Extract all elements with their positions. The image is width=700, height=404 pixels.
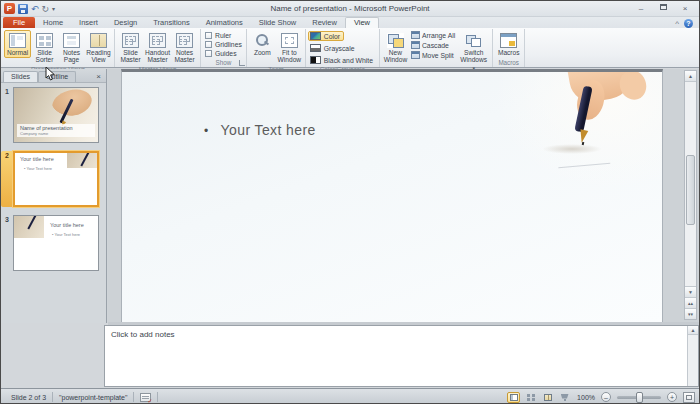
minimize-button[interactable]: – bbox=[635, 4, 647, 13]
slide-editing-surface[interactable]: •Your Text here bbox=[121, 69, 663, 323]
guides-checkbox-item[interactable]: Guides bbox=[205, 50, 237, 57]
slide-body-text[interactable]: •Your Text here bbox=[204, 122, 316, 138]
save-icon[interactable] bbox=[18, 4, 28, 14]
slide-3-thumb[interactable]: Your title here • Your Text here bbox=[13, 215, 99, 271]
fit-to-window-button[interactable]: Fit to Window bbox=[276, 30, 303, 66]
black-and-white-button[interactable]: Black and White bbox=[308, 55, 377, 65]
window-controls: – × bbox=[635, 4, 699, 13]
statusbar-slide-sorter-button[interactable] bbox=[524, 392, 537, 403]
cascade-icon bbox=[411, 41, 420, 49]
slide-2-number: 2 bbox=[1, 151, 13, 207]
previous-slide-button[interactable]: ▴▴ bbox=[685, 297, 696, 308]
powerpoint-app-icon[interactable]: P bbox=[4, 3, 15, 14]
reading-view-button[interactable]: Reading View bbox=[85, 30, 112, 66]
cascade-button[interactable]: Cascade bbox=[411, 41, 455, 49]
tab-review[interactable]: Review bbox=[304, 17, 345, 28]
handout-master-button[interactable]: Handout Master bbox=[144, 30, 171, 66]
zoom-out-button[interactable]: – bbox=[601, 392, 611, 402]
slide-master-icon bbox=[122, 33, 139, 48]
show-dialog-launcher-icon[interactable] bbox=[239, 60, 245, 66]
qat-dropdown-icon[interactable]: ▾ bbox=[52, 5, 55, 12]
reading-view-icon bbox=[90, 33, 107, 48]
gridlines-checkbox[interactable] bbox=[205, 41, 212, 48]
tab-slides[interactable]: Slides bbox=[3, 71, 38, 82]
tab-transitions[interactable]: Transitions bbox=[145, 17, 197, 28]
new-window-button[interactable]: New Window bbox=[382, 30, 409, 66]
work-area: Slides Outline × 1 Name of presentation … bbox=[1, 69, 699, 323]
notes-master-button[interactable]: Notes Master bbox=[171, 30, 198, 66]
slide-thumbnail-2[interactable]: 2 Your title here • Your Text here bbox=[1, 151, 99, 207]
tab-design[interactable]: Design bbox=[106, 17, 145, 28]
macros-button[interactable]: Macros bbox=[495, 30, 522, 58]
gridlines-checkbox-item[interactable]: Gridlines bbox=[205, 41, 242, 48]
fit-slide-to-window-button[interactable] bbox=[683, 392, 695, 403]
zoom-slider-handle[interactable] bbox=[636, 392, 643, 403]
tab-animations[interactable]: Animations bbox=[198, 17, 251, 28]
notes-page-button[interactable]: Notes Page bbox=[58, 30, 85, 66]
slide-master-button[interactable]: Slide Master bbox=[117, 30, 144, 66]
scroll-down-icon[interactable]: ▼ bbox=[685, 286, 696, 297]
group-label-macros: Macros bbox=[495, 59, 522, 67]
ruler-checkbox[interactable] bbox=[205, 32, 212, 39]
tab-view[interactable]: View bbox=[345, 17, 379, 28]
group-presentation-views: Normal Slide Sorter Notes Page Reading V… bbox=[2, 29, 115, 67]
spell-check-icon[interactable] bbox=[140, 393, 151, 402]
ribbon-view: Normal Slide Sorter Notes Page Reading V… bbox=[1, 28, 699, 68]
next-slide-button[interactable]: ▾▾ bbox=[685, 308, 696, 319]
close-panel-icon[interactable]: × bbox=[91, 72, 106, 82]
normal-view-button[interactable]: Normal bbox=[4, 30, 31, 58]
statusbar-slide-show-button[interactable] bbox=[558, 392, 571, 403]
zoom-slider-track[interactable] bbox=[617, 396, 661, 399]
slide-thumbnail-1[interactable]: 1 Name of presentation Company name bbox=[1, 87, 99, 143]
tab-outline[interactable]: Outline bbox=[38, 71, 76, 82]
powerpoint-window: P ↶ ↻ ▾ Name of presentation - Microsoft… bbox=[0, 0, 700, 404]
notes-scrollbar[interactable]: ▲ bbox=[687, 326, 698, 386]
vertical-scrollbar[interactable]: ▲ ▼ ▴▴ ▾▾ bbox=[684, 70, 697, 320]
normal-view-mini-icon bbox=[510, 394, 518, 401]
tab-slide-show[interactable]: Slide Show bbox=[251, 17, 305, 28]
slide-sorter-button[interactable]: Slide Sorter bbox=[31, 30, 58, 66]
arrange-all-icon bbox=[411, 31, 420, 39]
scroll-track[interactable] bbox=[685, 82, 696, 286]
guides-checkbox[interactable] bbox=[205, 50, 212, 57]
tab-insert[interactable]: Insert bbox=[71, 17, 106, 28]
slide-3-photo bbox=[14, 216, 44, 238]
slide-3-number: 3 bbox=[1, 215, 13, 271]
tab-file[interactable]: File bbox=[3, 17, 35, 28]
collapse-ribbon-icon[interactable]: ^ bbox=[675, 19, 679, 28]
slide-thumbnail-3[interactable]: 3 Your title here • Your Text here bbox=[1, 215, 99, 271]
tab-home[interactable]: Home bbox=[35, 17, 71, 28]
grayscale-button[interactable]: Grayscale bbox=[308, 43, 359, 53]
notes-placeholder[interactable]: Click to add notes bbox=[111, 330, 175, 339]
color-button[interactable]: Color bbox=[308, 31, 344, 41]
redo-icon[interactable]: ↻ bbox=[42, 4, 50, 14]
statusbar-normal-view-button[interactable] bbox=[507, 392, 520, 403]
move-split-button[interactable]: Move Split bbox=[411, 51, 455, 59]
notes-pane[interactable]: Click to add notes ▲ bbox=[104, 325, 699, 387]
template-name: "powerpoint-template" bbox=[53, 394, 133, 401]
close-button[interactable]: × bbox=[679, 4, 691, 13]
scroll-thumb[interactable] bbox=[686, 155, 695, 225]
switch-windows-button[interactable]: Switch Windows ▾ bbox=[457, 30, 490, 73]
notes-scroll-up-icon[interactable]: ▲ bbox=[688, 326, 698, 335]
slide-2-thumb[interactable]: Your title here • Your Text here bbox=[13, 151, 99, 207]
notes-page-icon bbox=[63, 33, 80, 48]
bullet-icon: • bbox=[204, 124, 209, 138]
slide-3-bullet: • Your Text here bbox=[52, 232, 80, 237]
quick-access-toolbar: P ↶ ↻ ▾ bbox=[1, 3, 55, 14]
ruler-checkbox-item[interactable]: Ruler bbox=[205, 32, 231, 39]
zoom-button[interactable]: Zoom bbox=[249, 30, 276, 58]
restore-button[interactable] bbox=[657, 4, 669, 13]
statusbar-reading-view-button[interactable] bbox=[541, 392, 554, 403]
group-macros: Macros Macros bbox=[493, 29, 525, 67]
undo-icon[interactable]: ↶ bbox=[31, 4, 39, 14]
help-icon[interactable]: ? bbox=[684, 19, 693, 28]
status-bar: Slide 2 of 3 "powerpoint-template" 100% … bbox=[1, 388, 699, 404]
zoom-in-button[interactable]: + bbox=[667, 392, 677, 402]
scroll-up-icon[interactable]: ▲ bbox=[685, 71, 696, 82]
slide-1-thumb[interactable]: Name of presentation Company name bbox=[13, 87, 99, 143]
group-color-grayscale: Color Grayscale Black and White Color/Gr… bbox=[306, 29, 380, 67]
slide-indicator: Slide 2 of 3 bbox=[5, 394, 52, 401]
black-white-swatch-icon bbox=[310, 56, 321, 64]
arrange-all-button[interactable]: Arrange All bbox=[411, 31, 455, 39]
